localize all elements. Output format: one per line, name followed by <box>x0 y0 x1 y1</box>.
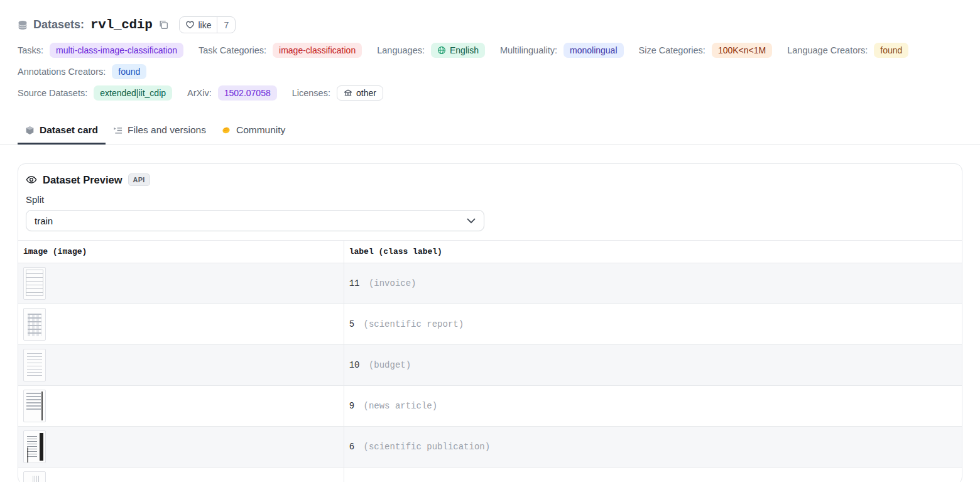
label-value: 10 <box>349 360 360 370</box>
document-image-thumbnail[interactable] <box>23 308 46 341</box>
dataset-page: Datasets: rvl_cdip like 7 Tasks: multi-c… <box>0 0 980 482</box>
tag-group: Multilinguality: monolingual <box>500 43 624 58</box>
label-class-name: (invoice) <box>364 278 416 288</box>
tag-group: Size Categories: 100K<n<1M <box>639 43 773 58</box>
image-cell <box>18 427 344 468</box>
image-cell <box>18 386 344 427</box>
tag-label: Language Creators: <box>787 45 868 55</box>
preview-title: Dataset Preview <box>43 174 122 186</box>
preview-header: Dataset Preview API <box>26 173 954 186</box>
tag-group: Tasks: multi-class-image-classification <box>18 43 183 58</box>
tag-group: Licenses: other <box>292 85 383 101</box>
document-image-thumbnail[interactable] <box>23 430 46 463</box>
community-icon <box>221 125 231 135</box>
column-header-image: image (image) <box>18 241 344 263</box>
tag-group: Source Datasets: extended|iit_cdip <box>18 85 172 101</box>
label-class-name: (news article) <box>358 401 437 411</box>
table-row <box>18 468 962 482</box>
database-icon <box>18 20 28 30</box>
api-badge[interactable]: API <box>128 173 150 186</box>
tag-label: Multilinguality: <box>500 45 557 55</box>
table-row: 11 (invoice) <box>18 263 962 304</box>
image-cell <box>18 345 344 386</box>
heart-icon <box>185 20 195 30</box>
table-row: 5 (scientific report) <box>18 304 962 345</box>
tag-badge[interactable]: monolingual <box>564 43 624 58</box>
tag-group: Languages: English <box>377 43 485 58</box>
preview-table-body: 11 (invoice) 5 (scientific report) 10 (b… <box>18 263 962 482</box>
tag-badge[interactable]: image-classification <box>273 43 362 58</box>
tag-label: Annotations Creators: <box>18 67 106 77</box>
like-button-main[interactable]: like <box>180 17 217 33</box>
label-class-name: (scientific report) <box>358 319 464 329</box>
breadcrumb: Datasets: <box>33 18 84 31</box>
label-value: 5 <box>349 319 354 329</box>
tag-group: Task Categories: image-classification <box>199 43 362 58</box>
tag-group: ArXiv: 1502.07058 <box>187 85 277 101</box>
globe-icon <box>437 46 446 55</box>
badge-text: multi-class-image-classification <box>56 46 177 55</box>
label-class-name: (scientific publication) <box>358 442 490 452</box>
document-image-thumbnail[interactable] <box>23 349 46 381</box>
column-header-label: label (class label) <box>344 241 962 263</box>
label-cell: 9 (news article) <box>344 386 962 427</box>
tag-label: Languages: <box>377 45 425 55</box>
document-image-thumbnail[interactable] <box>23 390 46 422</box>
like-count[interactable]: 7 <box>217 17 235 33</box>
tag-badge[interactable]: found <box>112 64 146 79</box>
page-header: Datasets: rvl_cdip like 7 Tasks: multi-c… <box>0 0 980 101</box>
tab-bar: Dataset card Files and versions Communit… <box>0 118 980 145</box>
license-bank-icon <box>344 89 352 97</box>
badge-text: 100K<n<1M <box>718 46 766 55</box>
copy-icon[interactable] <box>157 18 170 31</box>
document-image-thumbnail[interactable] <box>23 471 46 482</box>
tag-badge[interactable]: English <box>431 43 485 58</box>
label-value: 11 <box>349 278 360 288</box>
tag-label: Task Categories: <box>199 45 266 55</box>
document-image-thumbnail[interactable] <box>23 267 46 300</box>
files-list-icon <box>113 126 122 135</box>
main-content: Dataset Preview API Split train image (i… <box>0 145 980 482</box>
split-label: Split <box>26 194 954 205</box>
badge-text: extended|iit_cdip <box>100 89 166 97</box>
tag-label: Tasks: <box>18 45 43 55</box>
tag-badge[interactable]: multi-class-image-classification <box>50 43 183 58</box>
label-value: 9 <box>349 401 354 411</box>
tag-label: Size Categories: <box>639 45 705 55</box>
like-label: like <box>198 20 211 30</box>
badge-text: English <box>450 46 479 55</box>
tag-badge[interactable]: found <box>874 43 908 58</box>
table-row: 6 (scientific publication) <box>18 427 962 468</box>
like-button[interactable]: like 7 <box>179 16 236 33</box>
tag-label: Licenses: <box>292 88 330 98</box>
table-row: 10 (budget) <box>18 345 962 386</box>
tab-dataset-card[interactable]: Dataset card <box>18 118 106 144</box>
eye-icon <box>26 174 37 185</box>
tag-row-1: Tasks: multi-class-image-classification … <box>18 43 962 79</box>
tag-badge[interactable]: extended|iit_cdip <box>94 85 172 101</box>
image-cell <box>18 304 344 345</box>
split-select[interactable]: train <box>26 210 484 231</box>
table-row: 9 (news article) <box>18 386 962 427</box>
tag-badge[interactable]: 100K<n<1M <box>712 43 772 58</box>
label-cell <box>344 468 962 482</box>
label-cell: 6 (scientific publication) <box>344 427 962 468</box>
cube-icon <box>25 126 35 135</box>
dataset-name: rvl_cdip <box>90 18 152 32</box>
tag-row-2: Source Datasets: extended|iit_cdip ArXiv… <box>18 85 962 101</box>
tag-badge[interactable]: 1502.07058 <box>218 85 277 101</box>
tag-label: Source Datasets: <box>18 88 87 98</box>
badge-text: other <box>356 89 376 97</box>
card-inner: Dataset Preview API Split train <box>18 164 962 231</box>
label-cell: 10 (budget) <box>344 345 962 386</box>
badge-text: monolingual <box>570 46 618 55</box>
badge-text: found <box>118 67 140 76</box>
label-class-name: (budget) <box>364 360 411 370</box>
tag-badge[interactable]: other <box>337 85 383 101</box>
tab-files-and-versions[interactable]: Files and versions <box>106 118 214 144</box>
label-value: 6 <box>349 442 354 452</box>
badge-text: 1502.07058 <box>224 89 271 97</box>
badge-text: image-classification <box>279 46 356 55</box>
image-cell <box>18 263 344 304</box>
tab-community[interactable]: Community <box>214 118 293 144</box>
